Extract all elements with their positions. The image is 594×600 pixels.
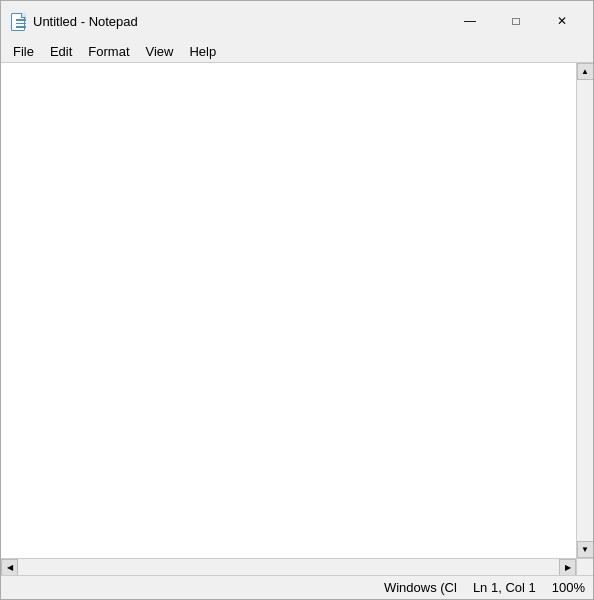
scroll-up-arrow[interactable]: ▲	[577, 63, 594, 80]
notepad-window: Untitled - Notepad — □ ✕ File Edit Forma…	[0, 0, 594, 600]
zoom-level: 100%	[552, 580, 585, 595]
status-bar: Windows (Cl Ln 1, Col 1 100%	[1, 575, 593, 599]
menu-file[interactable]: File	[5, 42, 42, 61]
text-editor[interactable]	[1, 63, 593, 575]
scroll-down-arrow[interactable]: ▼	[577, 541, 594, 558]
menu-bar: File Edit Format View Help	[1, 41, 593, 62]
vertical-scrollbar: ▲ ▼	[576, 63, 593, 558]
menu-help[interactable]: Help	[181, 42, 224, 61]
scroll-v-track[interactable]	[577, 80, 593, 541]
close-button[interactable]: ✕	[539, 6, 585, 36]
app-icon	[9, 11, 27, 31]
editor-container: ▲ ▼ ◀ ▶	[1, 62, 593, 575]
scroll-left-arrow[interactable]: ◀	[1, 559, 18, 576]
menu-view[interactable]: View	[138, 42, 182, 61]
cursor-position: Ln 1, Col 1	[473, 580, 536, 595]
scrollbar-corner	[576, 558, 593, 575]
window-controls: — □ ✕	[447, 6, 585, 36]
horizontal-scrollbar: ◀ ▶	[1, 558, 576, 575]
scroll-right-arrow[interactable]: ▶	[559, 559, 576, 576]
title-bar: Untitled - Notepad — □ ✕	[1, 1, 593, 41]
maximize-button[interactable]: □	[493, 6, 539, 36]
window-title: Untitled - Notepad	[33, 14, 447, 29]
scroll-h-track[interactable]	[18, 559, 559, 575]
encoding-status: Windows (Cl	[384, 580, 457, 595]
minimize-button[interactable]: —	[447, 6, 493, 36]
menu-edit[interactable]: Edit	[42, 42, 80, 61]
menu-format[interactable]: Format	[80, 42, 137, 61]
